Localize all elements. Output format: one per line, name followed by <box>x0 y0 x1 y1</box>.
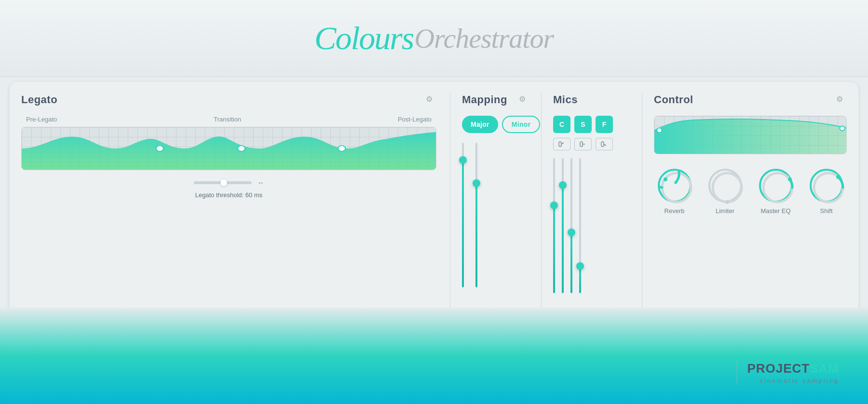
legato-section: Legato ⚙ Pre-Legato Transition Post-Lega… <box>21 94 448 315</box>
arrows-icon: ↔ <box>258 179 264 187</box>
mapping-fader-2[interactable] <box>475 143 477 287</box>
divider-2 <box>541 94 542 315</box>
header: Colours Orchestrator <box>0 0 868 77</box>
shift-knob[interactable] <box>810 169 843 202</box>
control-gear-icon[interactable]: ⚙ <box>836 94 847 105</box>
threshold-slider-container[interactable] <box>194 181 252 184</box>
svg-point-14 <box>725 200 729 204</box>
projectsam-project: PROJECT <box>747 361 810 376</box>
legato-header: Legato ⚙ <box>21 94 436 106</box>
minor-button[interactable]: Minor <box>502 116 541 133</box>
projectsam-sam: SAM <box>810 361 839 376</box>
logo-orchestrator: Orchestrator <box>414 22 554 54</box>
svg-point-11 <box>662 173 691 202</box>
pre-legato-label: Pre-Legato <box>26 116 57 123</box>
control-svg <box>654 116 846 154</box>
mics-fader-extra[interactable] <box>579 158 581 293</box>
transition-label: Transition <box>214 116 241 123</box>
mastereq-knob-container: Master EQ <box>759 169 793 215</box>
control-graph[interactable] <box>654 116 847 154</box>
mics-fader-fill-extra <box>579 266 581 293</box>
svg-point-10 <box>840 126 844 131</box>
logo-container: Colours Orchestrator <box>314 19 554 57</box>
knobs-row: Reverb Limiter <box>654 169 847 215</box>
mic-icon-btn-1[interactable] <box>553 138 570 150</box>
mics-fader-fill-c <box>553 205 555 293</box>
legato-threshold-row: ↔ <box>21 179 436 187</box>
fader-fill-2 <box>475 183 477 287</box>
mastereq-label: Master EQ <box>760 207 790 215</box>
mic-icon-btn-3[interactable] <box>596 138 613 150</box>
projectsam-divider <box>737 361 737 385</box>
reverb-label: Reverb <box>665 207 685 215</box>
svg-point-2 <box>338 146 346 151</box>
mics-fader-line-c <box>553 158 555 293</box>
legato-title: Legato <box>21 94 57 106</box>
control-title: Control <box>654 94 693 106</box>
mics-fader-c[interactable] <box>553 158 555 293</box>
control-section: Control ⚙ <box>644 94 847 315</box>
svg-rect-3 <box>559 142 561 147</box>
projectsam-text: PROJECTSAM <box>747 361 839 376</box>
post-legato-label: Post-Legato <box>398 116 432 123</box>
mics-header: Mics <box>553 94 630 106</box>
limiter-knob-container: Limiter <box>708 169 742 215</box>
legato-waveform[interactable] <box>21 127 436 170</box>
main-panel: Legato ⚙ Pre-Legato Transition Post-Lega… <box>10 82 858 327</box>
divider-1 <box>450 94 450 315</box>
mics-buttons: C S F <box>553 116 630 133</box>
mastereq-knob-svg <box>761 171 795 204</box>
svg-point-12 <box>664 177 667 181</box>
bottom-gradient <box>0 308 868 404</box>
svg-point-1 <box>238 146 245 151</box>
reverb-knob[interactable] <box>658 169 692 202</box>
mics-section: Mics C S F <box>543 94 640 315</box>
mics-fader-fill-s <box>562 185 564 293</box>
shift-knob-container: Shift <box>810 169 843 215</box>
mapping-fader-1[interactable] <box>462 143 464 287</box>
mics-fader-line-s <box>562 158 564 293</box>
svg-point-15 <box>763 173 792 202</box>
limiter-knob-svg <box>710 171 744 204</box>
svg-point-18 <box>836 175 840 179</box>
fader-thumb-2[interactable] <box>473 179 480 187</box>
fader-line-2 <box>475 143 477 287</box>
legato-gear-icon[interactable]: ⚙ <box>426 94 436 105</box>
mic-c-button[interactable]: C <box>553 116 570 133</box>
fader-thumb-1[interactable] <box>459 156 467 164</box>
mics-fader-thumb-s[interactable] <box>559 181 567 189</box>
mapping-header: Mapping ⚙ <box>462 94 529 106</box>
svg-point-16 <box>788 177 792 181</box>
mics-fader-f[interactable] <box>570 158 572 293</box>
threshold-thumb[interactable] <box>220 179 227 186</box>
shift-label: Shift <box>820 207 832 215</box>
waveform-svg <box>22 127 436 170</box>
threshold-slider[interactable] <box>194 181 252 184</box>
mapping-section: Mapping ⚙ Major Minor <box>452 94 539 315</box>
mics-fader-thumb-f[interactable] <box>568 229 575 236</box>
threshold-label: Legato threshold: 60 ms <box>195 191 262 199</box>
svg-point-9 <box>657 128 662 133</box>
svg-rect-7 <box>601 142 604 147</box>
logo-colours: Colours <box>314 19 413 57</box>
mic-s-button[interactable]: S <box>574 116 592 133</box>
mics-fader-s[interactable] <box>562 158 564 293</box>
mapping-faders <box>462 143 529 287</box>
legato-labels: Pre-Legato Transition Post-Legato <box>21 116 436 123</box>
mics-fader-thumb-c[interactable] <box>550 202 558 209</box>
fader-line-1 <box>462 143 464 287</box>
mic-icon-btn-2[interactable] <box>574 138 592 150</box>
mics-faders <box>553 158 630 293</box>
mastereq-knob[interactable] <box>759 169 793 202</box>
major-button[interactable]: Major <box>462 116 498 133</box>
mic-f-button[interactable]: F <box>596 116 613 133</box>
svg-point-13 <box>713 173 742 202</box>
svg-rect-5 <box>580 142 583 147</box>
mics-fader-thumb-extra[interactable] <box>576 262 584 270</box>
mapping-buttons: Major Minor <box>462 116 529 133</box>
svg-point-0 <box>156 146 164 151</box>
mapping-gear-icon[interactable]: ⚙ <box>519 94 529 105</box>
limiter-knob[interactable] <box>708 169 742 202</box>
mics-fader-line-f <box>570 158 572 293</box>
shift-knob-svg <box>812 171 845 204</box>
